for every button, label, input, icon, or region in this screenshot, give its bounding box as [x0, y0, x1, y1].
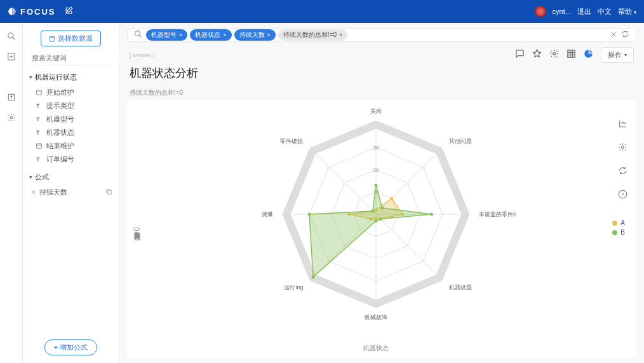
fields-sidebar: 选择数据源 机器运行状态 开始维护T提示类型T机器型号T机器状态结束维护T订单编…	[23, 23, 119, 363]
app-header: FOCUS cynt... 退出 中文 帮助 ▾	[0, 0, 644, 23]
svg-point-66	[430, 213, 433, 216]
sidebar-section-fields: 机器运行状态 开始维护T提示类型T机器型号T机器状态结束维护T订单编号	[29, 72, 112, 166]
svg-text:?: ?	[621, 192, 624, 198]
svg-point-64	[375, 184, 378, 187]
svg-rect-8	[36, 90, 41, 95]
svg-rect-16	[108, 191, 112, 195]
field-type-icon	[36, 142, 43, 149]
field-label: 机器状态	[46, 128, 74, 137]
rail-question-icon[interactable]: ?	[7, 72, 16, 81]
x-axis-label: 机器状态	[363, 341, 389, 358]
filter-note: 持续天数的总和!=0	[119, 86, 644, 100]
field-type-icon: T	[36, 156, 43, 163]
title-row: [ answer ] 操作 ▾	[119, 42, 644, 65]
svg-point-70	[308, 213, 311, 216]
legend-item[interactable]: A	[612, 219, 625, 226]
left-icon-rail: ?	[0, 23, 23, 363]
field-item[interactable]: T提示类型	[29, 99, 112, 113]
table-icon[interactable]	[567, 49, 576, 61]
query-pill[interactable]: 持续天数的总和!=0×	[278, 29, 347, 41]
pill-label: 机器型号	[151, 31, 177, 39]
svg-text:其他问题: 其他问题	[449, 138, 472, 144]
legend-label: A	[621, 219, 625, 226]
query-pill[interactable]: 持续天数×	[234, 29, 276, 41]
chart-area: 持续天数(总和) 102030关闭其他问题未覆盖的零件问题机器设置机械故障运行i…	[127, 100, 636, 358]
add-formula-button[interactable]: + 增加公式	[44, 339, 97, 355]
svg-point-72	[621, 146, 624, 149]
query-pill[interactable]: 机器状态×	[190, 29, 231, 41]
field-item[interactable]: T订单编号	[29, 153, 112, 166]
breadcrumb: [ answer ]	[130, 52, 154, 58]
chart-refresh-icon[interactable]	[618, 166, 627, 178]
chart-type-icon[interactable]	[584, 49, 593, 61]
sidebar-section-formula: 公式 ×持续天数	[29, 172, 112, 199]
pill-remove-icon[interactable]: ×	[223, 32, 226, 38]
svg-text:T: T	[37, 130, 39, 135]
section-title-running-state[interactable]: 机器运行状态	[29, 72, 112, 82]
rail-chart-icon[interactable]	[7, 52, 16, 61]
field-item[interactable]: T机器型号	[29, 113, 112, 126]
pill-label: 机器状态	[195, 31, 220, 39]
svg-text:运行ing: 运行ing	[284, 284, 303, 291]
sidebar-search-input[interactable]	[32, 54, 119, 62]
pill-label: 持续天数	[239, 31, 265, 39]
rail-upload-icon[interactable]	[7, 93, 16, 102]
svg-point-5	[10, 116, 13, 119]
svg-text:T: T	[37, 157, 39, 161]
comment-icon[interactable]	[515, 49, 525, 61]
header-edit-icon[interactable]	[65, 6, 73, 17]
rail-settings-icon[interactable]	[7, 113, 16, 122]
username[interactable]: cynt...	[553, 8, 571, 15]
legend-dot	[612, 221, 617, 226]
field-label: 机器型号	[46, 114, 74, 124]
svg-text:测量: 测量	[262, 211, 273, 217]
chart-settings-icon[interactable]	[618, 142, 627, 154]
section-title-formula[interactable]: 公式	[29, 172, 112, 182]
legend-item[interactable]: B	[612, 229, 625, 236]
svg-rect-22	[568, 50, 575, 57]
pin-icon[interactable]	[532, 49, 542, 61]
formula-label: 持续天数	[39, 188, 67, 197]
field-type-icon: T	[36, 116, 43, 123]
pill-remove-icon[interactable]: ×	[339, 32, 342, 38]
help-link[interactable]: 帮助 ▾	[618, 7, 636, 17]
field-type-icon	[36, 89, 43, 96]
y-axis-label: 持续天数(总和)	[127, 227, 144, 231]
pill-remove-icon[interactable]: ×	[267, 32, 271, 38]
pill-remove-icon[interactable]: ×	[179, 32, 182, 38]
app-logo[interactable]: FOCUS	[8, 7, 56, 17]
formula-remove-icon[interactable]: ×	[32, 189, 36, 196]
logout-link[interactable]: 退出	[577, 7, 591, 17]
query-search-icon[interactable]	[134, 29, 142, 41]
chart-help-icon[interactable]: ?	[618, 189, 627, 202]
lang-link[interactable]: 中文	[598, 7, 612, 17]
avatar[interactable]	[535, 6, 546, 17]
formula-item[interactable]: ×持续天数	[29, 186, 112, 199]
svg-point-56	[390, 197, 393, 200]
select-datasource-button[interactable]: 选择数据源	[41, 31, 101, 46]
svg-point-21	[553, 53, 556, 55]
svg-text:30: 30	[373, 145, 379, 151]
field-item[interactable]: T机器状态	[29, 126, 112, 139]
axis-config-icon[interactable]	[618, 119, 627, 131]
svg-text:20: 20	[373, 167, 379, 173]
rail-search-icon[interactable]	[7, 32, 16, 41]
report-title: 机器状态分析	[119, 65, 644, 86]
svg-rect-13	[36, 144, 41, 148]
query-refresh-icon[interactable]	[621, 29, 629, 41]
query-pill[interactable]: 机器型号×	[146, 29, 187, 41]
query-clear-icon[interactable]	[610, 29, 617, 41]
header-user-area: cynt... 退出 中文 帮助 ▾	[535, 6, 636, 17]
field-item[interactable]: 结束维护	[29, 139, 112, 153]
sidebar-search[interactable]	[29, 54, 112, 66]
svg-point-17	[135, 31, 140, 36]
config-icon[interactable]	[549, 49, 559, 61]
operations-button[interactable]: 操作 ▾	[601, 47, 634, 63]
formula-copy-icon[interactable]	[105, 188, 112, 196]
field-item[interactable]: 开始维护	[29, 86, 112, 99]
main-content: 机器型号×机器状态×持续天数×持续天数的总和!=0× [ answer ] 操作…	[119, 23, 644, 363]
radar-chart: 102030关闭其他问题未覆盖的零件问题机器设置机械故障运行ing测量零件破损	[236, 100, 516, 341]
field-label: 开始维护	[46, 88, 74, 97]
svg-text:关闭: 关闭	[370, 108, 382, 114]
svg-text:零件破损: 零件破损	[280, 138, 303, 144]
